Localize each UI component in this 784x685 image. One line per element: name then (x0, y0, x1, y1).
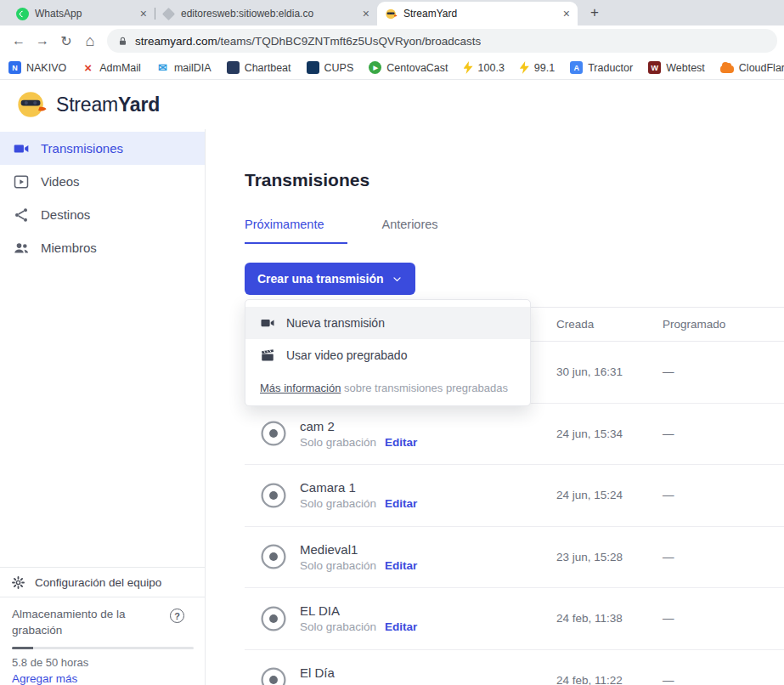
tab-anteriores[interactable]: Anteriores (381, 218, 437, 244)
edit-link[interactable]: Editar (385, 497, 417, 510)
cloudflare-favicon (720, 65, 734, 73)
maildia-favicon (156, 61, 169, 74)
site-favicon (162, 7, 175, 20)
bookmark-cups[interactable]: CUPS (307, 61, 354, 74)
broadcast-title: EL DIA (300, 603, 417, 618)
brand-yard: Yard (118, 93, 160, 116)
storage-progress-bar (12, 647, 194, 649)
storage-title: Almacenamiento de la grabación (12, 607, 139, 639)
sidebar-item-miembros[interactable]: Miembros (0, 231, 205, 264)
bookmark-cloudflare[interactable]: CloudFlare (720, 62, 784, 74)
broadcast-title: Camara 1 (300, 480, 417, 495)
create-broadcast-label: Crear una transmisión (257, 272, 384, 286)
tab-pr-ximamente[interactable]: Próximamente (245, 218, 347, 244)
forward-button[interactable]: → (31, 29, 54, 53)
bookmark-traductor[interactable]: Traductor (570, 61, 633, 74)
created-cell: 24 jun, 15:24 (556, 489, 663, 501)
bookmark-99-1[interactable]: 99.1 (520, 61, 555, 74)
bookmark-label: CloudFlare (739, 62, 784, 74)
menu-item-usar-video-pregrabado[interactable]: Usar video pregrabado (245, 339, 530, 371)
tab-title: WhatsApp (35, 8, 135, 20)
bookmark-label: CentovaCast (386, 62, 448, 74)
bookmark-label: Chartbeat (245, 62, 291, 74)
browser-tab-streamyard[interactable]: StreamYard × (377, 2, 578, 25)
sidebar-item-videos[interactable]: Videos (0, 165, 205, 198)
bookmark-maildia[interactable]: mailDIA (156, 61, 212, 74)
bookmark-label: 99.1 (534, 62, 555, 74)
reload-button[interactable]: ↻ (54, 29, 78, 53)
broadcast-row: EL DIA Solo grabación Editar 24 feb, 11:… (245, 588, 784, 650)
broadcast-type: Solo grabación (300, 559, 376, 572)
bookmark-label: mailDIA (174, 62, 212, 74)
url-host: streamyard.com (135, 35, 217, 48)
bookmark-label: Webtest (666, 62, 705, 74)
app-body: Transmisiones Videos Destinos Miembros C… (0, 129, 784, 685)
broadcast-tabs: PróximamenteAnteriores (245, 218, 784, 244)
scheduled-cell: — (663, 365, 784, 378)
more-info-link[interactable]: Más información (260, 382, 341, 394)
sidebar-item-transmisiones[interactable]: Transmisiones (0, 132, 205, 165)
broadcast-type: Solo grabación (300, 620, 376, 633)
bookmark-chartbeat[interactable]: Chartbeat (227, 61, 291, 74)
broadcast-row: Medieval1 Solo grabación Editar 23 jun, … (245, 527, 784, 589)
streamyard-favicon (385, 8, 398, 20)
sidebar-item-destinos[interactable]: Destinos (0, 198, 205, 231)
play-square-icon (13, 173, 30, 190)
edit-link[interactable]: Editar (385, 559, 417, 572)
centova-favicon (369, 61, 381, 74)
bookmark-nakivo[interactable]: NAKIVO (8, 61, 66, 74)
edit-link[interactable]: Editar (385, 620, 417, 633)
column-created: Creada (556, 318, 663, 331)
broadcast-title: Medieval1 (300, 542, 417, 557)
dropdown-footer: Más información sobre transmisiones preg… (245, 371, 530, 394)
admmail-favicon (82, 61, 94, 74)
menu-item-label: Nueva transmisión (286, 316, 385, 330)
url-text: streamyard.com/teams/TQDhBC9ZNTmft6z5UsQ… (135, 35, 481, 48)
bookmark-label: NAKIVO (26, 62, 66, 74)
broadcast-type: Solo grabación (300, 436, 376, 449)
create-broadcast-button[interactable]: Crear una transmisión (245, 263, 415, 295)
browser-tab-editoresweb-sitioweb-eldia-co[interactable]: editoresweb:sitioweb:eldia.co × (155, 2, 377, 25)
bookmark-admmail[interactable]: AdmMail (82, 61, 141, 74)
page-title: Transmisiones (245, 170, 784, 190)
bookmark-label: 100.3 (478, 62, 505, 74)
streamyard-logo-icon[interactable] (15, 88, 48, 121)
tab-close-icon[interactable]: × (563, 8, 570, 20)
tab-close-icon[interactable]: × (140, 8, 147, 20)
scheduled-cell: — (663, 427, 784, 440)
edit-link[interactable]: Editar (385, 436, 417, 449)
menu-item-nueva-transmisi-n[interactable]: Nueva transmisión (245, 307, 530, 339)
tab-strip: WhatsApp × editoresweb:sitioweb:eldia.co… (0, 0, 784, 25)
menu-item-label: Usar video pregrabado (286, 348, 407, 362)
scheduled-cell: — (663, 551, 784, 563)
scheduled-cell: — (663, 674, 784, 685)
broadcast-row: Camara 1 Solo grabación Editar 24 jun, 1… (245, 465, 784, 527)
browser-tabs: WhatsApp × editoresweb:sitioweb:eldia.co… (8, 2, 578, 25)
record-icon (259, 481, 288, 510)
videocam-icon (13, 140, 30, 157)
bookmark-webtest[interactable]: Webtest (648, 61, 705, 74)
record-icon (259, 665, 288, 685)
record-icon (259, 419, 288, 448)
share-icon (13, 207, 30, 224)
clapper-icon (260, 348, 275, 363)
browser-tab-whatsapp[interactable]: WhatsApp × (8, 2, 155, 25)
translate-favicon (570, 61, 583, 74)
tab-close-icon[interactable]: × (363, 8, 369, 20)
new-tab-button[interactable]: + (584, 2, 606, 24)
gear-icon (11, 575, 25, 590)
bookmark-centovacast[interactable]: CentovaCast (369, 61, 448, 74)
help-icon[interactable]: ? (170, 609, 184, 623)
sidebar-item-label: Miembros (41, 241, 97, 255)
streamyard-header: StreamYard (0, 80, 784, 129)
bookmark-100-3[interactable]: 100.3 (464, 61, 505, 74)
bolt-favicon (520, 61, 529, 74)
home-button[interactable]: ⌂ (78, 29, 102, 53)
back-button[interactable]: ← (7, 29, 31, 53)
address-bar[interactable]: streamyard.com/teams/TQDhBC9ZNTmft6z5UsQ… (107, 29, 777, 53)
add-storage-link[interactable]: Agregar más (12, 672, 193, 685)
team-settings-button[interactable]: Configuración del equipo (0, 568, 205, 597)
users-icon (13, 240, 30, 257)
column-scheduled: Programado (663, 318, 784, 331)
cups-favicon (307, 61, 319, 74)
